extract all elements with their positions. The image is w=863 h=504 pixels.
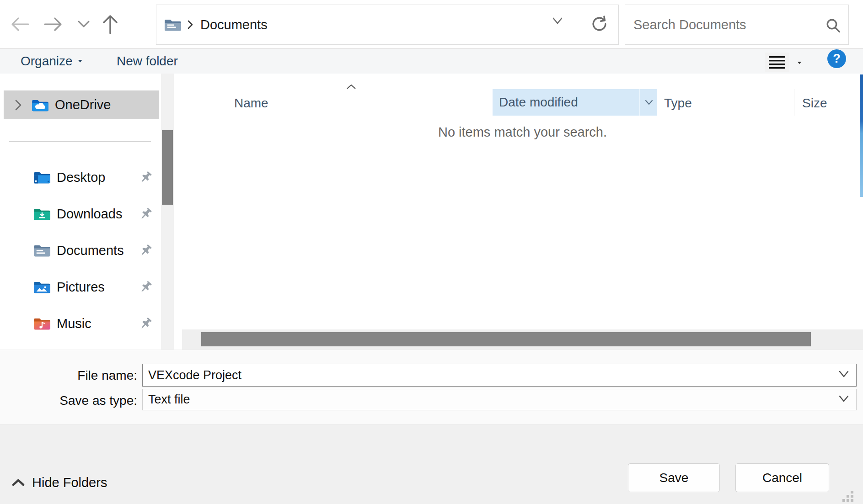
desktop-folder-icon [33,170,51,185]
dialog-toolbar: Organize New folder ? [0,49,863,74]
help-question-icon: ? [833,52,841,66]
column-header-label: Date modified [499,89,578,116]
pin-icon [138,315,154,332]
sidebar-scrollbar[interactable] [161,74,174,350]
arrow-up-icon [102,14,118,34]
arrow-left-icon [10,16,29,32]
sidebar-item-label: OneDrive [55,97,111,112]
navigation-bar: Documents [0,0,863,49]
back-button[interactable] [8,13,31,36]
new-folder-label: New folder [117,54,178,69]
sidebar-item-label: Desktop [57,170,105,185]
pictures-folder-icon [33,279,51,295]
window-edge-scrollbar-thumb[interactable] [860,74,863,197]
cancel-button[interactable]: Cancel [735,463,829,492]
pin-icon [138,242,154,259]
column-header-date-modified[interactable]: Date modified [493,89,657,116]
sidebar-item-desktop[interactable]: Desktop [0,164,160,190]
organize-label: Organize [21,54,73,69]
hide-folders-button[interactable]: Hide Folders [11,470,107,495]
new-folder-button[interactable]: New folder [117,49,178,74]
file-name-dropdown-icon[interactable] [837,370,851,379]
documents-folder-icon [33,243,51,258]
chevron-down-icon [77,20,90,28]
horizontal-scrollbar-thumb[interactable] [201,332,811,346]
pin-icon [138,206,154,222]
search-icon[interactable] [825,18,841,33]
view-options-caret-icon[interactable] [798,62,802,64]
breadcrumb-folder[interactable]: Documents [200,17,268,32]
save-form-panel: File name: Save as type: Text file [0,350,863,424]
file-name-label: File name: [37,368,137,383]
address-bar[interactable]: Documents [156,5,619,45]
file-name-input[interactable] [142,364,857,387]
forward-button[interactable] [42,13,65,36]
window-resize-grip[interactable] [842,491,854,503]
recent-locations-button[interactable] [72,13,95,36]
hide-folders-label: Hide Folders [32,475,107,490]
search-box [625,5,849,45]
organize-caret-icon [78,60,82,63]
save-button[interactable]: Save [628,463,720,492]
search-input[interactable] [625,5,848,44]
sidebar-item-label: Downloads [57,207,122,222]
save-as-type-label: Save as type: [37,393,137,408]
navigation-pane: OneDrive Desktop Downloads Documents [0,74,180,350]
sort-ascending-icon [346,84,357,90]
pin-icon [138,279,154,295]
column-divider [794,89,794,116]
sidebar-item-documents[interactable]: Documents [0,238,160,263]
save-as-type-select[interactable]: Text file [142,389,857,410]
empty-folder-message: No items match your search. [182,125,863,140]
sidebar-item-music[interactable]: Music [0,311,160,336]
list-view-icon [768,55,786,69]
sidebar-item-downloads[interactable]: Downloads [0,201,160,227]
sidebar-item-pictures[interactable]: Pictures [0,274,160,300]
column-filter-chevron-icon[interactable] [644,99,654,106]
music-folder-icon [33,316,51,331]
sidebar-item-label: Pictures [57,280,105,295]
onedrive-folder-icon [31,97,49,113]
change-view-button[interactable] [765,53,789,72]
chevron-up-icon [11,478,26,487]
file-list-area: Name Date modified Type Size No items ma… [182,74,863,350]
save-as-type-dropdown-icon[interactable] [837,394,851,403]
sidebar-item-label: Music [57,316,91,331]
organize-button[interactable]: Organize [21,49,85,74]
column-header-size[interactable]: Size [802,90,827,116]
arrow-right-icon [44,16,63,32]
help-button[interactable]: ? [827,49,846,68]
column-header-name[interactable]: Name [234,90,268,116]
breadcrumb-chevron-icon [187,20,194,30]
dialog-footer: Hide Folders Save Cancel [0,424,863,504]
column-header-type[interactable]: Type [664,90,692,116]
sidebar-scrollbar-thumb[interactable] [162,130,173,205]
documents-folder-icon [164,17,182,32]
address-dropdown-button[interactable] [550,16,565,26]
expander-chevron-icon[interactable] [14,99,23,111]
refresh-icon[interactable] [590,15,608,33]
pin-icon [138,169,154,186]
sidebar-item-label: Documents [57,243,124,258]
sidebar-divider [9,141,151,142]
horizontal-scrollbar[interactable] [182,329,863,350]
downloads-folder-icon [33,206,51,222]
up-button[interactable] [99,13,122,36]
column-filter-divider [639,89,640,116]
sidebar-item-onedrive[interactable]: OneDrive [4,90,159,119]
